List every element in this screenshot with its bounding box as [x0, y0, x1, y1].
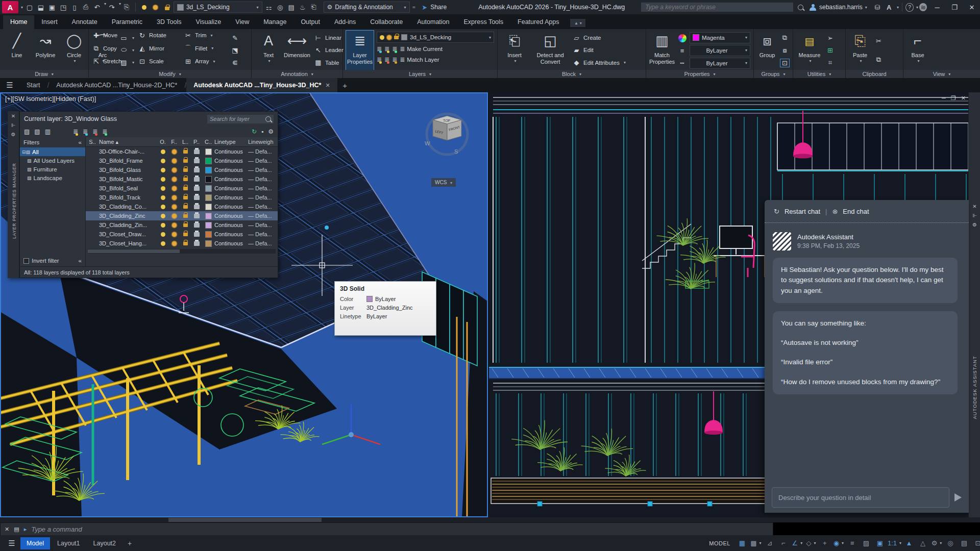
status-menu-icon[interactable]: ☰	[4, 539, 19, 548]
layer-lock-icon[interactable]	[180, 233, 191, 236]
layer-states-icon[interactable]: ▥	[45, 128, 51, 135]
column-header-p[interactable]: P..	[191, 139, 202, 145]
panel-label-draw[interactable]: Draw▾	[0, 70, 88, 78]
pause-icon[interactable]: ▪	[261, 128, 263, 135]
layer-linetype[interactable]: Continuous	[214, 167, 248, 173]
layer-linetype[interactable]: Continuous	[214, 176, 248, 182]
group-button[interactable]: ⧈ Group	[757, 31, 777, 70]
circle-caret[interactable]: ▾	[74, 59, 76, 63]
layer-color-swatch[interactable]	[202, 222, 214, 229]
annotation-monitor-icon[interactable]: ◎	[944, 538, 957, 549]
layer-on-icon[interactable]	[157, 168, 168, 172]
quick-calc-icon[interactable]: ⌗	[826, 59, 835, 67]
layer-freeze-icon[interactable]	[168, 241, 180, 246]
column-header-o[interactable]: O.	[157, 139, 168, 145]
layer-match-icon[interactable]: ⚏	[263, 2, 275, 13]
help-caret-icon[interactable]: ▾	[916, 5, 918, 10]
copy-clip-icon[interactable]: ⧉	[874, 56, 883, 64]
end-chat-button[interactable]: End chat	[843, 208, 869, 215]
button-scale[interactable]: ⊡Scale	[138, 57, 182, 66]
layer-plot-icon[interactable]	[191, 195, 202, 200]
button-dimension[interactable]: ⟷Dimension	[283, 31, 311, 70]
delete-layer-icon[interactable]: ≣	[92, 128, 97, 135]
match-layer-button[interactable]: ≣ ≣ ≣ ≣ Match Layer	[377, 55, 494, 64]
layer-linetype[interactable]: Continuous	[214, 231, 248, 237]
column-header-linetype[interactable]: Linetype	[214, 139, 248, 145]
layer-row-3d-bifold-glass[interactable]: 3D_Bifold_GlassContinuous— Defa...	[86, 165, 278, 174]
layer-linetype[interactable]: Continuous	[214, 204, 248, 210]
quick-select-icon[interactable]: ➢	[826, 34, 835, 42]
panel-label-utilities[interactable]: Utilities▾	[793, 70, 845, 78]
layer-on-icon[interactable]	[157, 159, 168, 163]
layer-linetype[interactable]: Continuous	[214, 194, 248, 201]
button-move[interactable]: ✚Move	[92, 31, 136, 40]
ribbon-tab-home[interactable]: Home	[3, 15, 34, 29]
new-layer-vp-frozen-icon[interactable]: ≣	[83, 128, 88, 135]
layer-color-swatch[interactable]	[202, 231, 214, 238]
layer-lineweight[interactable]: — Defa...	[248, 231, 278, 237]
search-icon[interactable]	[794, 5, 806, 10]
layer-properties-button[interactable]: ≣ Layer Properties	[346, 31, 374, 70]
layer-lineweight[interactable]: — Defa...	[248, 240, 278, 246]
layer-row-3d-bifold-mastic[interactable]: 3D_Bifold_MasticContinuous— Defa...	[86, 174, 278, 184]
refresh-icon[interactable]: ↻	[252, 128, 257, 135]
layer-filter-landscape[interactable]: ▨Landscape	[20, 173, 85, 182]
panel-annotation-caret[interactable]: ▾	[311, 72, 313, 77]
layer-search-input[interactable]: Search for layer	[207, 115, 274, 123]
sheet-set-icon[interactable]: ⎗	[308, 2, 320, 13]
help-icon[interactable]: ?	[905, 3, 914, 12]
wcs-chip[interactable]: WCS ▾	[431, 178, 456, 187]
user-menu[interactable]: sebastian.harris	[819, 4, 863, 11]
qat-customize-caret-icon[interactable]: ≂	[412, 5, 416, 10]
panel-label-view[interactable]: View▾	[903, 70, 980, 78]
layer-on-icon[interactable]	[157, 177, 168, 182]
file-tab-2[interactable]: Autodesk AutoCAD ...Tiny_House-3D_HC*✕	[186, 78, 337, 92]
edit-block-button[interactable]: ▰Edit	[572, 45, 626, 55]
access-caret-icon[interactable]: ▾	[897, 5, 899, 10]
column-header-s[interactable]: S..	[86, 139, 99, 145]
app-store-icon[interactable]: ⛁	[872, 2, 883, 13]
layer-row-3d-office-chair[interactable]: 3D-Office-Chair-...Continuous— Defa...	[86, 147, 278, 156]
column-header-name[interactable]: Name ▴	[99, 139, 157, 145]
layer-plot-icon[interactable]	[191, 159, 202, 163]
autodesk-access-icon[interactable]: A	[884, 2, 894, 13]
layer-lock-icon[interactable]	[180, 159, 191, 163]
layer-color-swatch[interactable]	[202, 167, 214, 173]
layer-freeze-icon[interactable]	[168, 223, 180, 228]
panel-block-caret[interactable]: ▾	[579, 72, 581, 77]
undo-icon[interactable]: ↶	[91, 2, 103, 13]
layer-lineweight[interactable]: — Defa...	[248, 204, 278, 210]
layer-on-icon[interactable]	[157, 223, 168, 228]
button-stretch[interactable]: ⇱Stretch	[92, 57, 136, 66]
layer-plot-icon[interactable]	[191, 214, 202, 218]
layer-freeze-icon[interactable]	[168, 205, 180, 209]
panel-label-layers[interactable]: Layers▾	[343, 70, 497, 78]
panel-label-modify[interactable]: Modify▾	[89, 70, 251, 78]
layer-plot-icon[interactable]	[191, 149, 202, 154]
layer-freeze-icon[interactable]	[168, 195, 180, 200]
isometric-drafting-icon[interactable]: ◇▾	[805, 538, 817, 549]
layout-tab-model[interactable]: Model	[20, 537, 50, 549]
layer-color-swatch[interactable]	[202, 158, 214, 164]
layer-lock-icon[interactable]	[180, 168, 191, 172]
layer-freeze-icon[interactable]	[168, 168, 180, 172]
search-input[interactable]	[641, 3, 793, 12]
button-fillet[interactable]: ⌒Fillet▾	[184, 44, 228, 53]
layer-color-swatch[interactable]	[202, 185, 214, 192]
layer-lock-icon[interactable]	[180, 178, 191, 181]
layer-color-swatch[interactable]	[202, 204, 214, 210]
restart-chat-button[interactable]: Restart chat	[785, 208, 820, 215]
layer-lock-icon[interactable]	[180, 205, 191, 209]
app-menu-button[interactable]: A	[2, 1, 18, 13]
ribbon-tab-parametric[interactable]: Parametric	[105, 15, 150, 29]
ribbon-tab-add-ins[interactable]: Add-ins	[327, 15, 363, 29]
file-tab-0[interactable]: Start	[19, 78, 47, 92]
button-line[interactable]: ╱Line	[3, 31, 31, 70]
column-header-l[interactable]: L..	[180, 139, 191, 145]
file-tab-menu-icon[interactable]: ☰	[0, 78, 19, 92]
collapse-invert-icon[interactable]: «	[79, 258, 82, 264]
layer-search-icon[interactable]: ◎	[275, 2, 286, 13]
edit-attributes-button[interactable]: ◆Edit Attributes▾	[572, 58, 626, 67]
plot-icon[interactable]: ⎙	[80, 2, 91, 13]
ribbon-tab-insert[interactable]: Insert	[34, 15, 64, 29]
